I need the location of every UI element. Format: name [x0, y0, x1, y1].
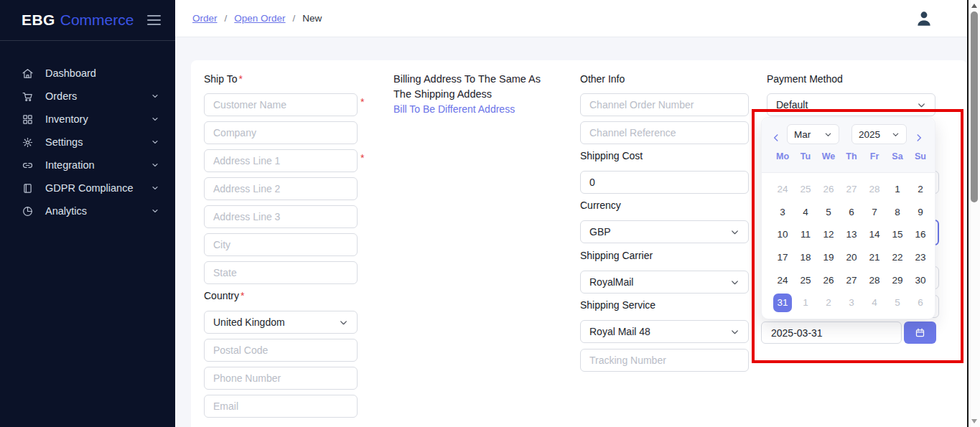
open-calendar-button[interactable]: [904, 322, 936, 344]
calendar-day[interactable]: 27: [842, 180, 861, 199]
calendar-day[interactable]: 29: [888, 271, 907, 289]
calendar-day[interactable]: 1: [888, 180, 907, 199]
currency-select[interactable]: GBP: [580, 220, 749, 243]
sidebar-item-label: GDPR Compliance: [45, 182, 134, 194]
weekday-label: We: [817, 151, 840, 161]
calendar-day[interactable]: 2: [819, 294, 838, 312]
sidebar-item-orders[interactable]: Orders: [0, 85, 175, 108]
calendar-day[interactable]: 5: [888, 294, 907, 312]
calendar-day[interactable]: 24: [773, 180, 792, 199]
bill-different-address-link[interactable]: Bill To Be Different Address: [393, 103, 515, 115]
sidebar-item-gdpr-compliance[interactable]: GDPR Compliance: [0, 177, 175, 200]
channel-reference-input[interactable]: [580, 121, 749, 144]
scrollbar-down-arrow[interactable]: [971, 419, 977, 423]
date-input[interactable]: [761, 322, 902, 344]
calendar-day[interactable]: 3: [773, 202, 792, 221]
calendar-day[interactable]: 19: [819, 248, 838, 267]
calendar-day[interactable]: 8: [888, 202, 907, 221]
calendar-day[interactable]: 5: [819, 202, 838, 221]
calendar-day[interactable]: 31: [773, 294, 792, 312]
chevron-down-icon: [917, 100, 926, 110]
calendar-day[interactable]: 28: [865, 271, 884, 289]
calendar-day[interactable]: 12: [819, 225, 838, 244]
year-select[interactable]: 2025: [851, 124, 907, 144]
shipping-cost-input[interactable]: [580, 171, 749, 194]
breadcrumb-link-order[interactable]: Order: [192, 13, 218, 24]
calendar-day[interactable]: 4: [865, 294, 884, 312]
calendar-day[interactable]: 26: [819, 271, 838, 289]
calendar-day[interactable]: 11: [796, 225, 815, 244]
calendar-day[interactable]: 18: [796, 248, 815, 267]
calendar-day[interactable]: 25: [796, 271, 815, 289]
breadcrumb-link-open-order[interactable]: Open Order: [234, 13, 285, 24]
scrollbar-thumb[interactable]: [971, 11, 978, 202]
address-line-2-input[interactable]: [204, 177, 358, 200]
customer-name-input[interactable]: [204, 93, 358, 116]
calendar-day[interactable]: 15: [888, 225, 907, 244]
sidebar-item-inventory[interactable]: Inventory: [0, 108, 175, 131]
sidebar-item-integration[interactable]: Integration: [0, 154, 175, 177]
calendar-day[interactable]: 4: [796, 202, 815, 221]
calendar-day[interactable]: 22: [888, 248, 907, 267]
previous-month-button[interactable]: [766, 128, 786, 148]
logo-text-bold: EBG: [22, 11, 55, 29]
calendar-day[interactable]: 20: [842, 248, 861, 267]
shipping-service-select[interactable]: Royal Mail 48: [580, 320, 749, 343]
breadcrumb: Order / Open Order / New: [192, 13, 322, 24]
calendar-day[interactable]: 25: [796, 180, 815, 199]
calendar-day[interactable]: 6: [842, 202, 861, 221]
calendar-day[interactable]: 21: [865, 248, 884, 267]
shipping-carrier-select[interactable]: RoyalMail: [580, 271, 749, 294]
month-select[interactable]: Mar: [787, 124, 839, 144]
calendar-day[interactable]: 27: [842, 271, 861, 289]
sidebar-nav: Dashboard Orders Inventory Settings Inte…: [0, 41, 175, 222]
topbar: Order / Open Order / New: [175, 0, 968, 37]
address-line-3-input[interactable]: [204, 205, 358, 228]
calendar-day[interactable]: 28: [865, 180, 884, 199]
calendar-day[interactable]: 7: [865, 202, 884, 221]
pie-chart-icon: [22, 205, 34, 217]
phone-number-input[interactable]: [204, 367, 358, 390]
calendar-day[interactable]: 3: [842, 294, 861, 312]
next-month-button[interactable]: [909, 128, 929, 148]
city-input[interactable]: [204, 233, 358, 256]
scrollbar-up-arrow[interactable]: [971, 4, 977, 8]
tracking-number-input[interactable]: [580, 349, 749, 372]
payment-method-heading: Payment Method: [767, 73, 843, 85]
calendar-day[interactable]: 13: [842, 225, 861, 244]
calendar-day[interactable]: 24: [773, 271, 792, 289]
postal-code-input[interactable]: [204, 339, 358, 362]
sidebar-item-label: Settings: [45, 136, 83, 148]
hamburger-menu-icon[interactable]: [147, 15, 161, 25]
calendar-day[interactable]: 30: [911, 271, 930, 289]
billing-same-address-text: Billing Address To The Same As The Shipp…: [393, 72, 557, 102]
calendar-day[interactable]: 10: [773, 225, 792, 244]
channel-order-number-input[interactable]: [580, 93, 749, 116]
email-input[interactable]: [204, 395, 358, 418]
calendar-day[interactable]: 2: [911, 180, 930, 199]
sidebar-item-analytics[interactable]: Analytics: [0, 200, 175, 222]
vertical-scrollbar[interactable]: [969, 0, 980, 427]
company-input[interactable]: [204, 121, 358, 144]
state-input[interactable]: [204, 261, 358, 284]
country-select[interactable]: United Kingdom: [204, 311, 358, 334]
calendar-day[interactable]: 9: [911, 202, 930, 221]
sidebar-item-dashboard[interactable]: Dashboard: [0, 62, 175, 85]
calendar-day[interactable]: 1: [796, 294, 815, 312]
chevron-down-icon: [730, 227, 739, 237]
calendar-day[interactable]: 26: [819, 180, 838, 199]
chevron-down-icon: [892, 131, 900, 139]
payment-method-select[interactable]: Default: [767, 93, 935, 116]
calendar-day[interactable]: 6: [911, 294, 930, 312]
calendar-day[interactable]: 14: [865, 225, 884, 244]
sidebar-item-label: Inventory: [45, 113, 88, 125]
calendar-day[interactable]: 23: [911, 248, 930, 267]
sidebar-item-label: Analytics: [45, 205, 87, 217]
address-line-1-input[interactable]: [204, 149, 358, 172]
country-select-value: United Kingdom: [213, 316, 285, 328]
calendar-day[interactable]: 16: [911, 225, 930, 244]
calendar-day[interactable]: 17: [773, 248, 792, 267]
sidebar-item-settings[interactable]: Settings: [0, 131, 175, 154]
weekday-label: Fr: [863, 151, 886, 161]
user-avatar-icon[interactable]: [915, 9, 933, 28]
